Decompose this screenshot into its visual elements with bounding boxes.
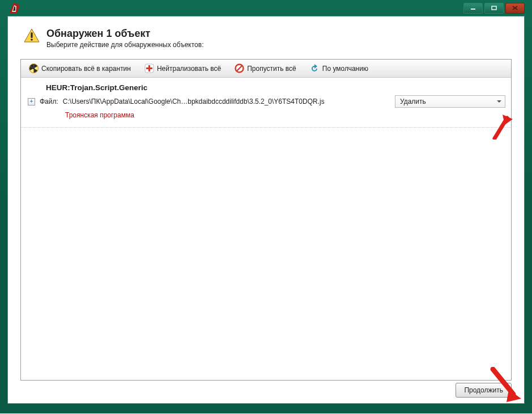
maximize-button[interactable] [484, 3, 504, 14]
continue-button[interactable]: Продолжить [456, 383, 512, 398]
toolbar-label: Скопировать всё в карантин [41, 65, 131, 73]
threat-list: HEUR:Trojan.Script.Generic Файл: C:\User… [21, 78, 511, 380]
radiation-icon [29, 64, 39, 73]
close-button[interactable] [505, 3, 525, 14]
svg-rect-14 [146, 67, 152, 69]
toolbar-label: Пропустить всё [247, 65, 296, 73]
minimize-button[interactable] [463, 3, 483, 14]
chevron-down-icon [497, 100, 501, 103]
window-controls [463, 3, 525, 14]
titlebar[interactable] [7, 0, 525, 16]
expand-toggle[interactable] [28, 98, 35, 105]
threat-type: Троянская программа [27, 111, 505, 119]
svg-point-9 [31, 39, 33, 41]
reset-defaults-button[interactable]: По умолчанию [305, 62, 373, 75]
svg-rect-4 [492, 6, 496, 10]
svg-rect-3 [471, 9, 475, 10]
footer: Продолжить [8, 381, 524, 403]
kaspersky-logo-icon [10, 3, 20, 13]
file-row: Файл: C:\Users\ПК\AppData\Local\Google\C… [27, 95, 505, 108]
prohibit-icon [235, 64, 244, 73]
medical-cross-icon [144, 64, 154, 73]
action-select[interactable]: Удалить [395, 95, 505, 108]
app-window: Обнаружен 1 объект Выберите действие для… [0, 0, 532, 413]
page-subtitle: Выберите действие для обнаруженных объек… [46, 41, 203, 49]
header: Обнаружен 1 объект Выберите действие для… [8, 16, 524, 54]
warning-triangle-icon [24, 28, 40, 44]
undo-arrow-icon [310, 64, 320, 73]
page-title: Обнаружен 1 объект [46, 28, 203, 40]
skip-all-button[interactable]: Пропустить всё [230, 62, 301, 75]
toolbar-label: По умолчанию [322, 65, 368, 73]
threat-name: HEUR:Trojan.Script.Generic [27, 83, 505, 92]
threat-item: HEUR:Trojan.Script.Generic Файл: C:\User… [21, 78, 511, 128]
svg-rect-8 [31, 32, 32, 38]
quarantine-all-button[interactable]: Скопировать всё в карантин [24, 62, 135, 75]
file-path: C:\Users\ПК\AppData\Local\Google\Ch…bpkd… [63, 98, 390, 105]
content-panel: Обнаружен 1 объект Выберите действие для… [7, 16, 525, 404]
neutralize-all-button[interactable]: Нейтрализовать всё [140, 62, 225, 75]
threat-panel: Скопировать всё в карантин Нейтрализоват… [20, 59, 512, 381]
action-selected-value: Удалить [400, 98, 426, 105]
toolbar-label: Нейтрализовать всё [157, 65, 221, 73]
toolbar: Скопировать всё в карантин Нейтрализоват… [21, 60, 511, 78]
file-label: Файл: [40, 98, 58, 105]
